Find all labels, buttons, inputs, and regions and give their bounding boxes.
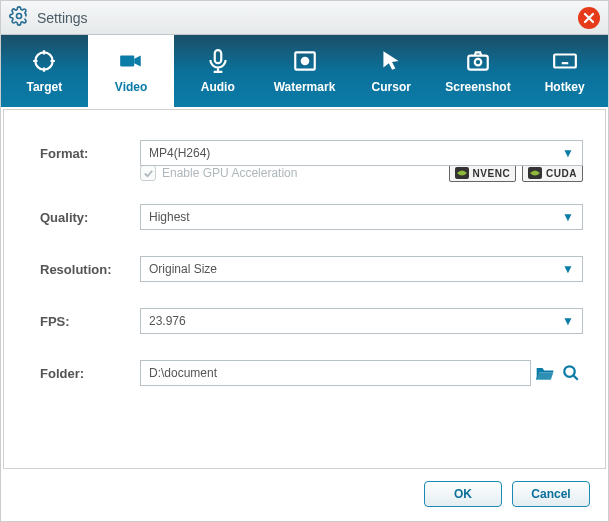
tab-watermark[interactable]: Watermark — [261, 35, 348, 107]
svg-rect-6 — [468, 56, 488, 70]
folder-value: D:\document — [149, 366, 217, 380]
resolution-value: Original Size — [149, 262, 217, 276]
tab-label: Hotkey — [545, 80, 585, 94]
tab-hotkey[interactable]: Hotkey — [521, 35, 608, 107]
tab-video[interactable]: Video — [88, 35, 175, 107]
chevron-down-icon: ▼ — [562, 146, 574, 160]
tab-target[interactable]: Target — [1, 35, 88, 107]
check-icon — [143, 168, 154, 179]
nvidia-eye-icon — [528, 167, 542, 179]
format-value: MP4(H264) — [149, 146, 210, 160]
chevron-down-icon: ▼ — [562, 210, 574, 224]
audio-icon — [205, 48, 231, 74]
format-select[interactable]: MP4(H264) ▼ — [140, 140, 583, 166]
open-folder-button[interactable] — [559, 361, 583, 385]
svg-point-7 — [475, 59, 482, 66]
nvenc-badge: NVENC — [449, 164, 517, 182]
window-title: Settings — [37, 10, 578, 26]
chevron-down-icon: ▼ — [562, 314, 574, 328]
fps-label: FPS: — [40, 314, 140, 329]
video-icon — [118, 48, 144, 74]
row-folder: Folder: D:\document — [40, 360, 583, 386]
gpu-badges: NVENC CUDA — [449, 164, 583, 182]
fps-value: 23.976 — [149, 314, 186, 328]
gpu-row: Enable GPU Acceleration NVENC CUDA — [40, 164, 583, 182]
svg-point-0 — [17, 13, 22, 18]
quality-label: Quality: — [40, 210, 140, 225]
tab-bar: Target Video Audio Watermark Cursor Scre… — [1, 35, 608, 107]
nvidia-eye-icon — [455, 167, 469, 179]
chevron-down-icon: ▼ — [562, 262, 574, 276]
folder-icon — [535, 364, 555, 382]
tab-cursor[interactable]: Cursor — [348, 35, 435, 107]
titlebar: Settings — [1, 1, 608, 35]
tab-label: Watermark — [274, 80, 336, 94]
camera-icon — [465, 48, 491, 74]
resolution-select[interactable]: Original Size ▼ — [140, 256, 583, 282]
tab-audio[interactable]: Audio — [174, 35, 261, 107]
target-icon — [31, 48, 57, 74]
svg-rect-8 — [554, 55, 576, 68]
gpu-checkbox[interactable] — [140, 165, 156, 181]
resolution-label: Resolution: — [40, 262, 140, 277]
cursor-icon — [378, 48, 404, 74]
close-button[interactable] — [578, 7, 600, 29]
tab-label: Target — [26, 80, 62, 94]
row-format: Format: MP4(H264) ▼ — [40, 140, 583, 166]
tab-screenshot[interactable]: Screenshot — [435, 35, 522, 107]
quality-value: Highest — [149, 210, 190, 224]
row-quality: Quality: Highest ▼ — [40, 204, 583, 230]
browse-folder-button[interactable] — [533, 361, 557, 385]
tab-label: Screenshot — [445, 80, 510, 94]
tab-label: Video — [115, 80, 147, 94]
row-fps: FPS: 23.976 ▼ — [40, 308, 583, 334]
folder-input[interactable]: D:\document — [140, 360, 531, 386]
format-label: Format: — [40, 146, 140, 161]
quality-select[interactable]: Highest ▼ — [140, 204, 583, 230]
svg-point-1 — [36, 52, 53, 69]
form-area: Format: MP4(H264) ▼ Enable GPU Accelerat… — [3, 109, 606, 469]
watermark-icon — [292, 48, 318, 74]
tab-label: Cursor — [372, 80, 411, 94]
svg-point-9 — [564, 366, 575, 377]
svg-rect-2 — [120, 56, 134, 67]
cuda-badge: CUDA — [522, 164, 583, 182]
fps-select[interactable]: 23.976 ▼ — [140, 308, 583, 334]
gear-icon — [9, 6, 29, 30]
dialog-buttons: OK Cancel — [1, 471, 608, 521]
svg-rect-3 — [215, 50, 222, 63]
keyboard-icon — [552, 48, 578, 74]
gpu-label: Enable GPU Acceleration — [162, 166, 297, 180]
ok-button[interactable]: OK — [424, 481, 502, 507]
cancel-button[interactable]: Cancel — [512, 481, 590, 507]
close-icon — [583, 12, 595, 24]
row-resolution: Resolution: Original Size ▼ — [40, 256, 583, 282]
tab-label: Audio — [201, 80, 235, 94]
folder-label: Folder: — [40, 366, 140, 381]
search-icon — [562, 364, 580, 382]
svg-point-5 — [301, 58, 308, 65]
